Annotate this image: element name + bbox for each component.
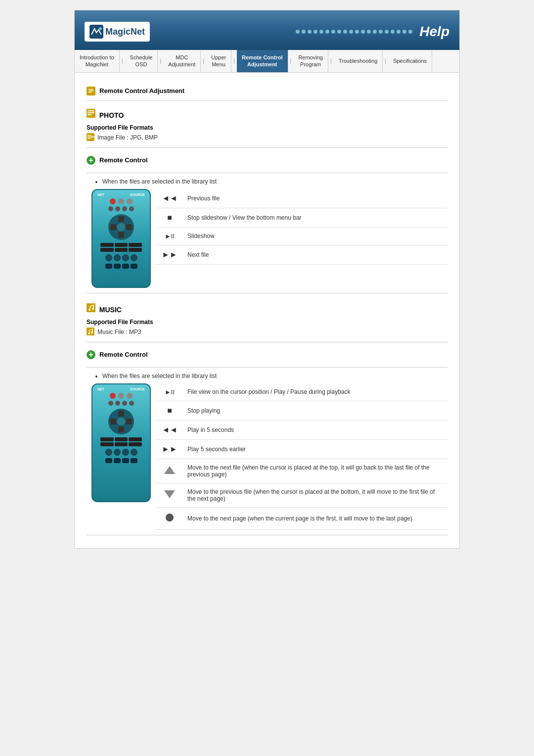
- page-breadcrumb: Remote Control Adjustment: [87, 87, 447, 95]
- music-key-sym-2: ■: [160, 406, 179, 415]
- remote-control-icon-photo: +: [87, 156, 95, 165]
- music-icon: [87, 303, 95, 312]
- dot: [331, 30, 335, 34]
- music-remote-image-col: NET SOURCE: [87, 383, 156, 530]
- svg-rect-11: [88, 135, 91, 136]
- help-dots-area: Help: [296, 24, 449, 40]
- music-key-sym-1: ►II: [160, 388, 179, 396]
- music-supported-formats: Supported File Formats Music File : MP3: [87, 319, 447, 337]
- photo-formats-label: Supported File Formats: [87, 124, 447, 131]
- page-title: Remote Control Adjustment: [99, 87, 184, 94]
- music-key-sym-4: ►►: [160, 445, 179, 454]
- logo-area: MagicNet: [85, 22, 150, 42]
- music-key-desc-6: Move to the previous file (when the curs…: [187, 488, 444, 502]
- dot: [296, 30, 300, 34]
- music-remote-label: Remote Control: [99, 351, 148, 358]
- dot: [308, 30, 312, 34]
- dot: [373, 30, 377, 34]
- nav-item-upper[interactable]: UpperMenu: [206, 50, 231, 72]
- dot: [367, 30, 371, 34]
- dot: [355, 30, 359, 34]
- nav-sep-4: |: [231, 50, 237, 72]
- dot: [349, 30, 353, 34]
- nav-item-removing[interactable]: RemovingProgram: [293, 50, 328, 72]
- photo-format-item: Image File : JPG, BMP: [87, 133, 447, 142]
- svg-marker-21: [164, 490, 175, 498]
- nav-sep-3: |: [201, 50, 206, 72]
- divider-photo-end: [87, 293, 447, 293]
- main-content: Remote Control Adjustment PHOTO Supporte…: [75, 73, 459, 548]
- photo-key-row-4: ►► Next file: [156, 245, 447, 265]
- dot: [408, 30, 412, 34]
- photo-title-text: PHOTO: [99, 111, 124, 119]
- dot: [319, 30, 323, 34]
- music-remote-table: NET SOURCE: [87, 383, 447, 530]
- dot: [302, 30, 306, 34]
- svg-point-19: [91, 331, 93, 333]
- music-key-row-1: ►II File view on the cursor position / P…: [156, 383, 447, 401]
- svg-rect-14: [87, 303, 95, 312]
- photo-key-sym-4: ►►: [160, 250, 179, 259]
- photo-icon: [87, 109, 95, 118]
- dot: [379, 30, 383, 34]
- music-key-row-5: Move to the next file (when the cursor i…: [156, 459, 447, 483]
- photo-library-note: When the files are selected in the libra…: [94, 178, 447, 185]
- music-key-desc-2: Stop playing: [187, 407, 444, 414]
- photo-remote-table: NET SOURCE: [87, 189, 447, 288]
- divider-end: [87, 535, 447, 535]
- nav-item-mdc[interactable]: MDCAdjustment: [163, 50, 201, 72]
- music-keys-table: ►II File view on the cursor position / P…: [156, 383, 447, 530]
- photo-key-desc-4: Next file: [187, 251, 444, 258]
- divider-remote-photo-top: [87, 173, 447, 173]
- photo-key-sym-2: ■: [160, 213, 179, 222]
- svg-point-16: [92, 308, 94, 310]
- dot: [325, 30, 329, 34]
- dot: [361, 30, 365, 34]
- music-key-desc-3: Play in 5 seconds: [187, 426, 444, 433]
- svg-marker-20: [164, 466, 175, 474]
- photo-key-desc-2: Stop slideshow / View the bottom menu ba…: [187, 214, 444, 221]
- divider-remote-music-top: [87, 367, 447, 368]
- music-key-desc-7: Move to the next page (when the current …: [187, 515, 444, 522]
- dot: [391, 30, 395, 34]
- svg-rect-13: [88, 138, 90, 139]
- music-key-row-4: ►► Play 5 seconds earlier: [156, 440, 447, 459]
- music-library-note: When the files are selected in the libra…: [94, 373, 447, 379]
- nav-item-remote[interactable]: Remote ControlAdjustment: [237, 50, 288, 72]
- nav-item-troubleshooting[interactable]: Troubleshooting: [334, 50, 383, 72]
- photo-key-desc-3: Slideshow: [187, 233, 444, 239]
- music-title-text: MUSIC: [99, 306, 122, 314]
- logo-text: MagicNet: [105, 27, 145, 37]
- music-format-text: Music File : MP3: [97, 329, 141, 335]
- nav-sep-7: |: [383, 50, 388, 72]
- navbar: Introduction toMagicNet | ScheduleOSD | …: [75, 50, 459, 73]
- nav-item-specifications[interactable]: Specifications: [388, 50, 432, 72]
- music-format-item: Music File : MP3: [87, 328, 447, 337]
- photo-format-text: Image File : JPG, BMP: [97, 134, 158, 141]
- nav-sep-6: |: [328, 50, 334, 72]
- music-remote-control-header: + Remote Control: [87, 347, 447, 362]
- photo-key-sym-3: ►II: [160, 233, 179, 240]
- nav-item-schedule[interactable]: ScheduleOSD: [125, 50, 158, 72]
- photo-key-row-1: ◄◄ Previous file: [156, 189, 447, 208]
- photo-format-icon: [87, 133, 94, 142]
- nav-sep-2: |: [158, 50, 163, 72]
- dot: [343, 30, 347, 34]
- nav-sep-5: |: [288, 50, 294, 72]
- photo-remote-control-header: + Remote Control: [87, 153, 447, 168]
- music-key-sym-6: [160, 489, 179, 501]
- svg-point-18: [88, 332, 90, 334]
- nav-item-introduction[interactable]: Introduction toMagicNet: [75, 50, 120, 72]
- music-format-icon: [87, 328, 94, 337]
- photo-remote-image: NET SOURCE: [91, 189, 151, 288]
- nav-sep-1: |: [120, 50, 125, 72]
- logo-icon: [89, 25, 103, 39]
- divider-top: [87, 100, 447, 101]
- music-key-row-7: Move to the next page (when the current …: [156, 508, 447, 530]
- music-key-row-6: Move to the previous file (when the curs…: [156, 483, 447, 508]
- dot: [385, 30, 389, 34]
- photo-key-row-3: ►II Slideshow: [156, 228, 447, 245]
- music-key-sym-5: [160, 465, 179, 477]
- music-key-row-3: ◄◄ Play in 5 seconds: [156, 421, 447, 440]
- svg-rect-7: [88, 110, 94, 111]
